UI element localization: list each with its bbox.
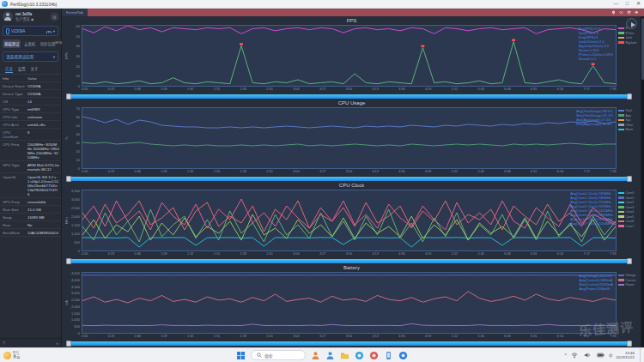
app-select-placeholder: 请选择测试应用	[6, 54, 52, 59]
scrollbar-track[interactable]	[66, 341, 632, 346]
x-axis-ticks: 0:000:230:461:091:321:552:182:413:043:27…	[64, 169, 639, 175]
scrollbar-handle-left[interactable]	[66, 341, 71, 347]
edge-icon[interactable]	[355, 351, 364, 360]
sidebar-nav-tabs: 基础测试云真机同步压测BETA	[0, 38, 61, 50]
legend-swatch[interactable]: Core0	[618, 191, 639, 195]
info-tab-0[interactable]: 信息	[5, 66, 13, 73]
tray-caret-icon[interactable]: ^	[565, 353, 567, 358]
scrollbar-handle-right[interactable]	[627, 176, 632, 182]
y-axis-ticks: 6050403020100	[70, 25, 82, 87]
vertical-scrollbar-thumb[interactable]	[641, 18, 644, 80]
wifi-tray-icon[interactable]	[570, 351, 580, 360]
scrollbar-track[interactable]	[66, 259, 632, 263]
sidebar-tab-2[interactable]: 同步压测BETA	[39, 39, 64, 48]
legend-swatch[interactable]: Other	[618, 124, 639, 127]
show-desktop-button[interactable]	[640, 348, 642, 362]
user-box: net 3e0fa 生产贵宾 ◆ ⚙	[0, 9, 61, 24]
row-value: mt6989	[26, 107, 61, 112]
gear-icon[interactable]: ⚙	[51, 13, 58, 21]
table-row: CPU Infounknown	[0, 113, 61, 121]
close-button[interactable]: ✕	[633, 0, 644, 8]
info-tab-1[interactable]: 设置	[18, 66, 26, 73]
tab-kerneltab[interactable]: KernelTab	[62, 9, 88, 16]
time-range-scrollbar[interactable]	[64, 340, 639, 347]
chart-title: FPS	[64, 17, 639, 25]
clock[interactable]: 13:46 2023/11/22	[616, 351, 636, 360]
volume-icon[interactable]	[583, 351, 592, 360]
legend-swatch[interactable]: App	[618, 114, 639, 118]
row-value: arm64-v8a	[26, 123, 61, 127]
app-select[interactable]: 请选择测试应用 ▾	[3, 51, 58, 62]
legend-swatch[interactable]: Core1	[618, 196, 639, 200]
plot-area[interactable]: Avg(TotalUsage):48.9%Max(TotalUsage):61.…	[82, 107, 617, 169]
avatar[interactable]	[3, 11, 13, 21]
scrollbar-handle-right[interactable]	[627, 94, 632, 100]
phone-icon	[6, 28, 9, 34]
minimize-button[interactable]: —	[611, 0, 622, 8]
device-select[interactable]: V2309A ▾	[3, 26, 58, 36]
phone-link-icon[interactable]	[384, 351, 393, 360]
scrollbar-fill[interactable]	[66, 259, 632, 263]
legend-swatch[interactable]: Core5	[618, 215, 639, 219]
sidebar-tab-1[interactable]: 云真机	[22, 39, 37, 48]
collapse-icon[interactable]: «	[56, 341, 58, 346]
legend-swatch[interactable]: Voltage	[618, 274, 639, 277]
legend-swatch[interactable]: Current	[618, 279, 639, 282]
play-button[interactable]	[626, 18, 637, 29]
scrollbar-fill[interactable]	[66, 341, 632, 346]
sidebar-tab-0[interactable]: 基础测试	[3, 39, 21, 48]
scrollbar-handle-left[interactable]	[66, 176, 71, 182]
time-range-scrollbar[interactable]	[64, 93, 639, 100]
contacts-icon[interactable]	[311, 351, 320, 360]
search-input[interactable]: 搜索	[251, 350, 306, 360]
scrollbar-track[interactable]	[66, 94, 632, 99]
battery-icon[interactable]	[596, 351, 605, 360]
weather-widget[interactable]: 9°C 多云	[0, 351, 23, 359]
toolbar	[88, 9, 644, 16]
legend-swatch[interactable]: Core3	[618, 206, 639, 209]
scrollbar-handle-right[interactable]	[627, 258, 632, 264]
charts-panel: FPSFPS6050403020100Avg(FPS):57.6Var(FPS)…	[62, 16, 644, 347]
browser-icon[interactable]	[398, 351, 408, 360]
window-title: PerfDog(v10.3.231104b)	[10, 2, 57, 7]
plot-area[interactable]: Avg(FPS):57.6Var(FPS):1.3Drop(FPS):6Jank…	[82, 25, 617, 87]
eye-icon[interactable]	[619, 10, 623, 15]
legend-swatch[interactable]: Core4	[618, 210, 639, 214]
row-value: ARM Mali-G720-Immortalis MC12	[26, 163, 61, 172]
save-icon[interactable]	[627, 10, 631, 15]
shield-icon[interactable]	[611, 10, 616, 15]
plot-area[interactable]: Avg(Voltage):4321mVAvg(Current):2489mAMa…	[82, 272, 617, 334]
scrollbar-fill[interactable]	[66, 177, 632, 181]
explorer-icon[interactable]	[340, 351, 349, 360]
legend-swatch[interactable]: FTime	[618, 32, 639, 35]
legend-swatch[interactable]: Core7	[618, 225, 639, 228]
maximize-button[interactable]: □	[622, 0, 633, 8]
cloud-icon[interactable]	[635, 10, 639, 15]
row-label: SerialNum	[0, 231, 26, 235]
legend-swatch[interactable]: Norm	[618, 128, 639, 131]
scrollbar-fill[interactable]	[66, 94, 632, 99]
legend-swatch[interactable]: Total	[618, 109, 639, 112]
vertical-scrollbar[interactable]	[641, 16, 644, 347]
legend-swatch[interactable]: Core2	[618, 201, 639, 204]
info-tab-2[interactable]: 关于	[31, 66, 39, 73]
legend-swatch[interactable]: Sys	[618, 118, 639, 122]
scrollbar-handle-left[interactable]	[66, 258, 71, 264]
start-button[interactable]	[236, 351, 246, 360]
legend-swatch[interactable]: Core6	[618, 220, 639, 223]
time-range-scrollbar[interactable]	[64, 257, 639, 264]
legend-swatch[interactable]: BigJank	[618, 41, 639, 45]
perfdog-icon[interactable]	[369, 351, 379, 360]
help-icon[interactable]: ?	[3, 341, 5, 346]
plot-area[interactable]: Avg(Core0 Clock):749MHzAvg(Core1 Clock):…	[82, 190, 617, 251]
legend-swatch[interactable]: Jank	[618, 36, 639, 39]
row-label: Root	[0, 223, 26, 227]
scrollbar-handle-right[interactable]	[627, 341, 632, 347]
legend-swatch[interactable]: Power	[618, 283, 639, 287]
time-range-scrollbar[interactable]	[64, 175, 639, 182]
people-icon[interactable]	[325, 351, 335, 360]
scrollbar-track[interactable]	[66, 177, 632, 181]
language-indicator[interactable]: 中	[609, 353, 612, 358]
scrollbar-handle-left[interactable]	[66, 94, 71, 100]
beta-tag: BETA	[55, 41, 62, 45]
